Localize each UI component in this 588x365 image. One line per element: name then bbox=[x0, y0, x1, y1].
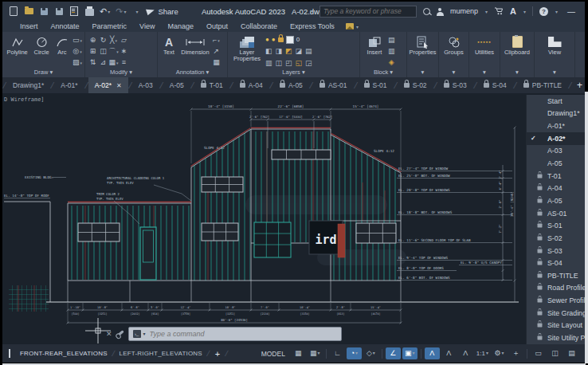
layer-tool-icon[interactable]: ▥ bbox=[265, 59, 272, 67]
search-expand-icon[interactable]: ▸ bbox=[310, 8, 313, 14]
print-button[interactable] bbox=[84, 6, 94, 17]
sidebar-item[interactable]: S-02 bbox=[527, 232, 585, 245]
layer-tool-icon[interactable]: ◰ bbox=[285, 59, 292, 67]
plot-button[interactable] bbox=[69, 6, 79, 17]
featured-apps-button[interactable]: ▾ bbox=[346, 23, 359, 29]
layer-tool-icon[interactable]: ◧ bbox=[265, 47, 272, 55]
command-input-box[interactable]: ›_ ▾ bbox=[128, 327, 342, 341]
sidebar-item[interactable]: T-01 bbox=[527, 170, 585, 182]
hatch-tool-icon[interactable]: ▨▾ bbox=[73, 57, 82, 68]
tab-annotate[interactable]: Annotate bbox=[45, 21, 86, 32]
wrench-icon[interactable] bbox=[116, 330, 124, 337]
layer-tool-icon[interactable]: ◪ bbox=[296, 47, 303, 55]
tab-parametric[interactable]: Parametric bbox=[86, 21, 134, 32]
tab-output[interactable]: Output bbox=[200, 21, 234, 32]
text-button[interactable]: A Text bbox=[160, 34, 178, 69]
app-store-icon[interactable]: A bbox=[510, 6, 516, 16]
ortho-mode-toggle[interactable]: ∟ bbox=[330, 347, 345, 359]
tab-insert[interactable]: Insert bbox=[14, 21, 45, 32]
object-snap-toggle[interactable]: ▣▾ bbox=[402, 347, 417, 359]
block-attributes-icon[interactable]: ◈ bbox=[388, 57, 395, 68]
open-button[interactable] bbox=[24, 6, 33, 17]
edit-block-icon[interactable]: ▥ bbox=[388, 45, 395, 57]
search-input[interactable] bbox=[323, 7, 413, 15]
sidebar-item[interactable]: S-04 bbox=[527, 257, 585, 269]
view-button[interactable]: View bbox=[539, 34, 570, 69]
doc-tab[interactable]: S-03 bbox=[437, 77, 473, 93]
copy-tool-icon[interactable]: ⊞ bbox=[88, 45, 98, 57]
panel-groups-dropdown[interactable]: ▾ bbox=[439, 69, 468, 77]
grid-display-toggle[interactable]: ▦ bbox=[291, 347, 306, 359]
workspace-switching-button[interactable]: ⚙▾ bbox=[492, 347, 507, 359]
sidebar-item[interactable]: Drawing1* bbox=[527, 108, 585, 120]
clipboard-button[interactable]: Clipboard bbox=[503, 34, 531, 69]
create-block-icon[interactable]: ▤ bbox=[388, 34, 395, 45]
chevron-down-icon[interactable]: ▾ bbox=[555, 9, 558, 14]
sidebar-item[interactable]: Sewer Profile bbox=[527, 294, 585, 307]
doc-tab[interactable]: A-03 bbox=[132, 77, 159, 93]
sidebar-item[interactable]: A-05 bbox=[527, 157, 585, 170]
doc-tab-active[interactable]: A-02*✕ bbox=[88, 77, 128, 93]
doc-tab[interactable]: T-01 bbox=[194, 77, 229, 93]
tab-view[interactable]: View bbox=[133, 21, 161, 32]
search-box[interactable] bbox=[319, 6, 417, 18]
sidebar-item[interactable]: S-03 bbox=[527, 245, 585, 257]
properties-button[interactable]: Properties bbox=[409, 34, 436, 69]
save-as-button[interactable] bbox=[54, 6, 64, 17]
annotation-visibility-toggle[interactable]: Λ bbox=[425, 347, 440, 359]
tab-manage[interactable]: Manage bbox=[161, 21, 200, 32]
layer-tool-icon[interactable]: ◲ bbox=[305, 59, 312, 67]
groups-button[interactable]: Groups bbox=[441, 34, 466, 69]
sidebar-item[interactable]: Site Utility P bbox=[527, 332, 585, 344]
sidebar-item[interactable]: Road Profile bbox=[527, 282, 585, 295]
panel-utilities-dropdown[interactable]: ▾ bbox=[469, 69, 500, 77]
layout-tab-left-right[interactable]: LEFT-RIGHT_ELEVATIONS bbox=[114, 350, 206, 357]
doc-tab[interactable]: S-02 bbox=[398, 77, 433, 93]
panel-draw-dropdown[interactable]: Draw ▾ bbox=[2, 69, 84, 77]
chevron-down-icon[interactable]: ▾ bbox=[523, 9, 526, 14]
qat-customize-button[interactable]: ▾ bbox=[131, 6, 141, 17]
utilities-button[interactable]: ▪▪▪▪▪ Utilities bbox=[472, 34, 497, 56]
doc-tab[interactable]: A-05 bbox=[163, 77, 190, 93]
sidebar-item-start[interactable]: Start bbox=[527, 95, 585, 108]
chevron-down-icon[interactable]: ▾ bbox=[485, 9, 488, 14]
help-icon[interactable]: ? bbox=[539, 7, 548, 16]
doc-tab[interactable]: AS-01 bbox=[313, 77, 354, 93]
new-file-button[interactable] bbox=[9, 6, 18, 17]
polyline-button[interactable]: Polyline bbox=[5, 34, 29, 69]
layer-tool-icon[interactable]: ◫ bbox=[276, 59, 283, 67]
layer-unlock-icon[interactable] bbox=[278, 37, 284, 42]
annotation-scale-button[interactable]: Λ bbox=[458, 347, 473, 359]
panel-view-dropdown[interactable]: ▾ bbox=[535, 69, 574, 77]
customization-button[interactable]: ＋ bbox=[508, 347, 523, 359]
chevron-down-icon[interactable]: ▾ bbox=[143, 331, 146, 336]
current-layer-name[interactable]: 0 bbox=[296, 36, 300, 43]
stretch-tool-icon[interactable]: ⇅ bbox=[88, 57, 98, 68]
isometric-drafting-toggle[interactable]: ◇▾ bbox=[363, 347, 378, 359]
sidebar-item[interactable]: A-01* bbox=[527, 120, 585, 132]
close-icon[interactable]: ✕ bbox=[106, 330, 112, 338]
sidebar-item[interactable]: Site Layout bbox=[527, 320, 585, 332]
doc-tab[interactable]: A-01* bbox=[54, 77, 84, 93]
dimension-button[interactable]: Dimension bbox=[179, 34, 211, 69]
move-tool-icon[interactable]: ⊕ bbox=[88, 34, 98, 45]
doc-tab[interactable]: A-04 bbox=[233, 77, 269, 93]
isolate-objects-icon[interactable]: ▭ bbox=[531, 347, 546, 359]
sidebar-item[interactable]: A-03 bbox=[527, 145, 585, 158]
doc-tab[interactable]: S-04 bbox=[477, 77, 513, 93]
doc-tab[interactable]: Drawing1* bbox=[6, 77, 50, 93]
doc-tab[interactable]: S-01 bbox=[358, 77, 394, 93]
snap-mode-toggle[interactable]: ▦▾ bbox=[308, 347, 323, 359]
rotate-tool-icon[interactable]: ↻ bbox=[98, 34, 108, 45]
polar-tracking-toggle[interactable]: ◔▾ bbox=[347, 347, 362, 359]
sidebar-item[interactable]: PB-TITLE bbox=[527, 269, 585, 282]
new-layout-button[interactable]: + bbox=[210, 349, 225, 359]
panel-modify-dropdown[interactable]: Modify ▾ bbox=[85, 69, 157, 77]
array-tool-icon[interactable]: ▦▾ bbox=[108, 57, 119, 68]
trim-tool-icon[interactable]: ╳▾ bbox=[108, 34, 119, 45]
multileader-tool-icon[interactable]: ↗ bbox=[213, 45, 220, 57]
leader-tool-icon[interactable]: ⌐▾ bbox=[213, 34, 220, 45]
search-icon[interactable] bbox=[423, 8, 430, 15]
offset-tool-icon[interactable]: ≡ bbox=[119, 57, 129, 68]
doc-tab[interactable]: A-05 bbox=[273, 77, 309, 93]
